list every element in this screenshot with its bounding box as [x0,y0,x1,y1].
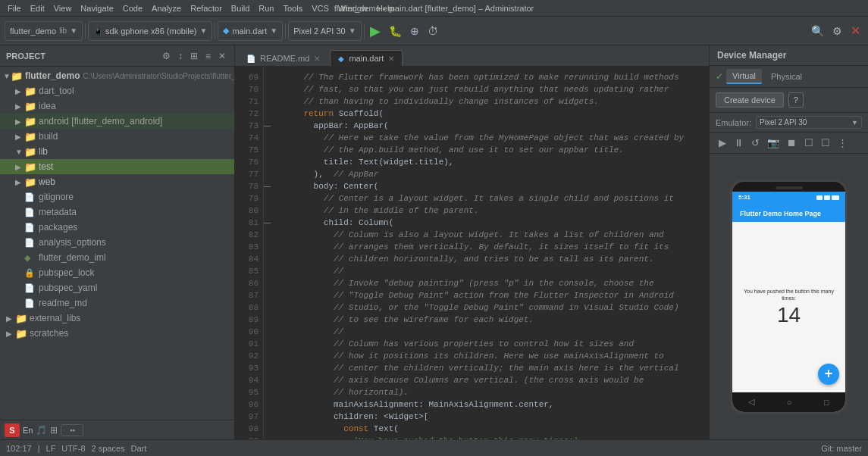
close-notification-button[interactable]: ✕ [848,22,863,39]
readme-tab-close[interactable]: ✕ [314,55,320,63]
menu-analyze[interactable]: Analyze [147,2,186,14]
menu-vcs[interactable]: VCS [307,2,334,14]
fold-column-icon[interactable]: — [264,217,274,229]
sidebar-tool-close[interactable]: ✕ [216,50,228,62]
build-folder-icon: 📁 [24,131,36,142]
menu-build[interactable]: Build [227,2,254,14]
main-tab-close[interactable]: ✕ [388,55,394,63]
fold-appbar-icon[interactable]: — [264,120,274,132]
tree-item-build[interactable]: ▶ 📁 build [0,129,234,144]
run-config-selector[interactable]: ◆ main.dart ▼ [218,21,283,41]
tree-item-android[interactable]: ▶ 📁 android [flutter_demo_android] [0,114,234,129]
tree-item-idea[interactable]: ▶ 📁 idea [0,98,234,114]
tree-item-web[interactable]: ▶ 📁 web [0,174,234,189]
tree-item-metadata[interactable]: 📄 metadata [0,205,234,220]
line-num-98: 98 [241,423,259,435]
search-everywhere-button[interactable]: 🔍 [808,23,827,39]
toolbar-separator-4 [364,23,365,39]
phone-back-btn[interactable]: ◁ [748,397,754,407]
tree-item-packages[interactable]: 📄 packages [0,220,234,235]
tree-item-readme[interactable]: 📄 readme_md [0,295,234,311]
tab-readme[interactable]: 📄 README.md ✕ [238,50,328,66]
tree-item-flutter-iml[interactable]: ◆ flutter_demo_iml [0,250,234,265]
line-num-88: 88 [241,301,259,314]
sidebar-header: Project ⚙ ↕ ⊞ ≡ ✕ [0,45,234,67]
phone-icon: 📱 [93,27,102,35]
tree-item-external-libs[interactable]: ▶ 📁 external_libs [0,311,234,326]
emu-more-btn[interactable]: ⋮ [835,136,851,150]
sidebar-tool-sort[interactable]: ↕ [176,50,185,62]
arrow-icon: ▼ [3,72,11,80]
menu-file[interactable]: File [3,2,26,14]
md-icon: 📄 [24,298,36,308]
device-selector[interactable]: Pixel 2 API 30 ▼ [288,21,361,41]
menu-run[interactable]: Run [254,2,278,14]
run-config-label: main.dart [232,27,267,36]
readme-tab-label: README.md [260,54,309,63]
menu-tools[interactable]: Tools [278,2,307,14]
sidebar-layout-btn[interactable]: ▪▪ [61,424,83,436]
lang-s-badge[interactable]: S [5,423,20,437]
help-button[interactable]: ? [788,92,804,108]
emu-play-btn[interactable]: ▶ [716,136,729,150]
emu-pause-btn[interactable]: ⏸ [731,136,747,150]
phone-fab[interactable]: + [818,364,839,385]
lock-icon: 🔒 [24,268,36,278]
debug-button[interactable]: 🐛 [386,23,405,39]
emulator-device-selector[interactable]: Pixel 2 API 30 ▼ [756,116,862,129]
tree-item-pubspec-lock[interactable]: 🔒 pubspec_lock [0,265,234,280]
menu-view[interactable]: View [49,2,77,14]
sidebar-tool-gear[interactable]: ≡ [203,50,213,62]
test-label: test [39,161,53,172]
emulator-device-name: Pixel 2 API 30 [760,118,807,126]
tab-virtual[interactable]: Virtual [726,69,762,84]
sidebar: Project ⚙ ↕ ⊞ ≡ ✕ ▼ 📁 flutter_demo C:\Us… [0,45,235,439]
line-num-73: 73 [241,120,259,132]
tab-physical[interactable]: Physical [765,70,808,83]
ext-libs-label: external_libs [30,313,80,323]
fold-body-icon[interactable]: — [264,180,274,192]
emu-camera-btn[interactable]: 📷 [764,136,782,150]
sidebar-tool-cog[interactable]: ⚙ [160,50,173,62]
phone-menu-btn[interactable]: □ [824,398,829,407]
create-device-button[interactable]: Create device [716,92,784,108]
sidebar-tool-expand[interactable]: ⊞ [188,50,200,62]
menu-edit[interactable]: Edit [26,2,49,14]
run-button[interactable]: ▶ [367,21,384,41]
profile-button[interactable]: ⏱ [425,23,441,39]
tree-item-flutter-demo[interactable]: ▼ 📁 flutter_demo C:\Users\Administrator\… [0,68,234,83]
yaml-icon: 📄 [24,238,36,248]
menu-refactor[interactable]: Refactor [186,2,227,14]
menu-code[interactable]: Code [118,2,147,14]
phone-status-bar: 5:31 [732,192,845,204]
build-label: build [39,131,58,142]
toolbar-separator-2 [215,23,215,39]
emu-window-btn[interactable]: ☐ [801,136,816,150]
code-content[interactable]: // The Flutter framework has been optimi… [274,67,709,439]
tree-item-gitignore[interactable]: 📄 gitignore [0,189,234,205]
tab-main[interactable]: ◆ main.dart ✕ [330,50,403,66]
tree-item-dart-tool[interactable]: ▶ 📁 dart_tool [0,83,234,98]
tree-item-test[interactable]: ▶ 📁 test [0,159,234,174]
emu-stop-btn[interactable]: ⏹ [784,136,800,150]
line-num-79: 79 [241,192,259,205]
tree-item-analysis-options[interactable]: 📄 analysis_options [0,235,234,250]
line-num-97: 97 [241,411,259,423]
project-selector[interactable]: flutter_demo lib ▼ [5,21,83,41]
web-label: web [39,176,55,187]
tree-item-pubspec-yaml[interactable]: 📄 pubspec_yaml [0,280,234,295]
settings-button[interactable]: ⚙ [829,23,845,39]
main-layout: Project ⚙ ↕ ⊞ ≡ ✕ ▼ 📁 flutter_demo C:\Us… [0,45,868,439]
emu-reload-btn[interactable]: ↺ [748,136,763,150]
tree-item-lib[interactable]: ▼ 📁 lib [0,144,234,159]
phone-home-btn[interactable]: ○ [787,398,792,407]
tree-item-scratches[interactable]: ▶ 📁 scratches [0,326,234,341]
emu-window2-btn[interactable]: ☐ [818,136,833,150]
run-with-coverage-button[interactable]: ⊕ [407,23,422,39]
menu-navigate[interactable]: Navigate [76,2,118,14]
emulator-row: Emulator: Pixel 2 API 30 ▼ [710,113,868,133]
gitignore-icon: 📄 [24,192,36,202]
device-actions: Create device ? [710,88,868,113]
phone-appbar: Flutter Demo Home Page [732,204,845,222]
sdk-selector[interactable]: 📱 sdk gphone x86 (mobile) ▼ [88,21,212,41]
